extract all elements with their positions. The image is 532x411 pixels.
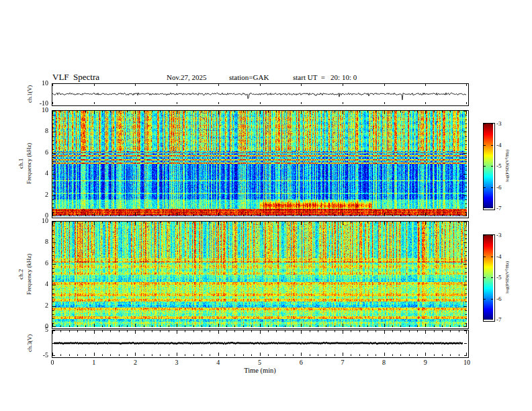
- xtick-3: 3: [169, 359, 185, 367]
- colorbar-2: [483, 234, 495, 322]
- figure-station: station=GAK: [229, 73, 269, 81]
- spec2-freq-label: Frequency (kHz): [26, 221, 34, 328]
- cb2-tick--7: -7: [496, 316, 511, 324]
- figure-start-ut: start UT = 20: 10: 0: [293, 73, 357, 81]
- cb2-tick--3: -3: [496, 231, 511, 239]
- xtick-0: 0: [44, 359, 60, 367]
- ch3-waveform-panel: [52, 330, 469, 358]
- cb1-tick--7: -7: [496, 204, 511, 212]
- xtick-6: 6: [293, 359, 309, 367]
- ch3-waveform-canvas: [52, 330, 467, 356]
- colorbar-1-canvas: [484, 124, 493, 208]
- ch2-spectrogram-canvas: [52, 222, 467, 327]
- xtick-1: 1: [86, 359, 102, 367]
- ch1-waveform-canvas: [52, 84, 467, 104]
- xtick-2: 2: [127, 359, 143, 367]
- figure-date: Nov.27, 2025: [167, 73, 206, 81]
- ch2-spectrogram-panel: [52, 221, 469, 329]
- spec2-ytick-8: 8: [30, 238, 48, 246]
- spec1-ytick-2: 2: [30, 191, 48, 199]
- spec2-ytick-10: 10: [30, 217, 48, 225]
- spec1-channel-label: ch.1: [18, 110, 26, 217]
- cb2-tick--5: -5: [496, 273, 511, 281]
- xtick-7: 7: [335, 359, 351, 367]
- ch1-spectrogram-canvas: [52, 111, 467, 216]
- xaxis-title: Time (min): [230, 367, 290, 375]
- spec2-ytick-4: 4: [30, 280, 48, 288]
- xtick-4: 4: [210, 359, 226, 367]
- ch1-waveform-panel: [52, 83, 469, 106]
- colorbar-2-canvas: [484, 235, 493, 320]
- xtick-9: 9: [417, 359, 433, 367]
- ch1-wave-ytick-max: 10: [30, 79, 48, 87]
- cb1-tick--4: -4: [496, 141, 511, 149]
- spec1-ytick-8: 8: [30, 127, 48, 135]
- spec1-ytick-4: 4: [30, 169, 48, 177]
- cb1-tick--3: -3: [496, 120, 511, 128]
- spec1-freq-label: Frequency (kHz): [26, 110, 34, 217]
- spec1-ytick-6: 6: [30, 148, 48, 156]
- figure-title: VLF Spectra: [52, 72, 99, 83]
- xtick-10: 10: [459, 359, 475, 367]
- xtick-8: 8: [376, 359, 392, 367]
- cb1-tick--5: -5: [496, 162, 511, 170]
- colorbar-1: [483, 123, 495, 210]
- spec2-ytick-2: 2: [30, 302, 48, 310]
- cb1-tick--6: -6: [496, 183, 511, 191]
- ch1-spectrogram-panel: [52, 110, 469, 218]
- cb2-tick--6: -6: [496, 295, 511, 303]
- spec2-channel-label: ch.2: [18, 221, 26, 328]
- ch3-ytick-max: 5: [30, 326, 48, 334]
- cb2-tick--4: -4: [496, 253, 511, 261]
- ch1-wave-ytick-min: -10: [30, 99, 48, 107]
- spec2-ytick-6: 6: [30, 259, 48, 267]
- xtick-5: 5: [252, 359, 268, 367]
- vlf-spectra-figure: VLF Spectra Nov.27, 2025 station=GAK sta…: [0, 0, 532, 411]
